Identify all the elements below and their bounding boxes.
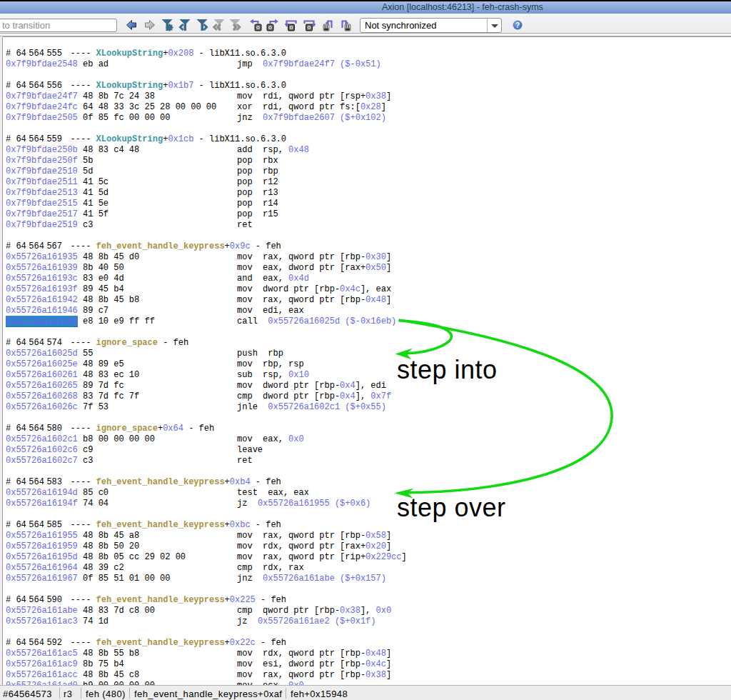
svg-text:?: ? bbox=[515, 21, 520, 29]
